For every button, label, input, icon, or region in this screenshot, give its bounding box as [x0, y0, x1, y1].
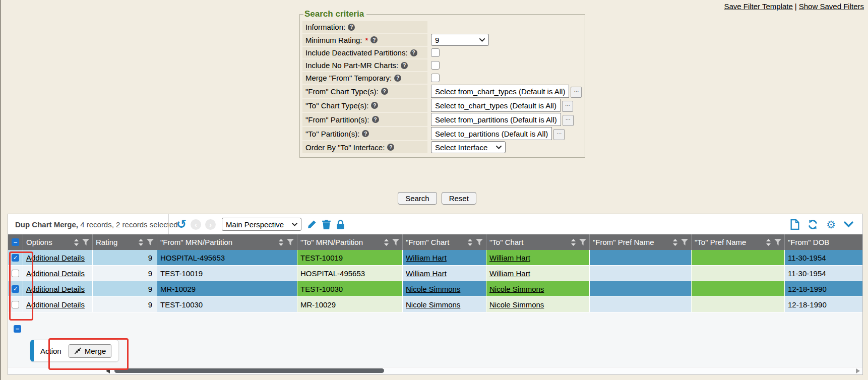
collapse-grid-button[interactable]: [844, 221, 853, 228]
column-header-rating[interactable]: Rating: [93, 234, 157, 250]
to-pref-name-cell: [692, 250, 785, 265]
edit-perspective-icon[interactable]: [307, 220, 317, 229]
filter-icon[interactable]: [147, 239, 154, 245]
sort-icon[interactable]: [74, 239, 79, 246]
filter-icon[interactable]: [579, 239, 586, 245]
from-chart-link[interactable]: William Hart: [406, 269, 447, 278]
filter-icon[interactable]: [476, 239, 483, 245]
column-header-from-dob[interactable]: "From" DOB: [785, 234, 862, 250]
to-partitions-input[interactable]: Select to_partitions (Default is All): [431, 127, 552, 140]
filter-icon[interactable]: [392, 239, 399, 245]
merge-arrows-icon: [74, 347, 82, 354]
row-checkbox[interactable]: ✓: [12, 254, 19, 262]
to-chart-link[interactable]: Nicole Simmons: [489, 300, 544, 309]
help-icon[interactable]: ?: [370, 36, 378, 43]
include-no-part-mr-charts-checkbox[interactable]: [431, 61, 440, 70]
scrollbar-thumb[interactable]: [114, 368, 384, 373]
sort-icon[interactable]: [571, 239, 576, 246]
column-header-from-chart[interactable]: "From" Chart: [403, 234, 486, 250]
chevron-down-icon: [479, 38, 485, 42]
row-checkbox[interactable]: ✓: [12, 285, 19, 293]
to-chart-types-picker-button[interactable]: ...: [562, 101, 573, 112]
sort-icon[interactable]: [468, 239, 472, 246]
from-chart-link[interactable]: Nicole Simmons: [406, 285, 460, 293]
new-report-button[interactable]: [790, 219, 799, 230]
include-deactivated-partitions-checkbox[interactable]: [431, 48, 440, 57]
help-icon[interactable]: ?: [372, 116, 379, 123]
additional-details-link[interactable]: Additional Details: [26, 254, 85, 262]
column-header-from-pref-name[interactable]: "From" Pref Name: [590, 234, 692, 250]
from-partitions-input[interactable]: Select from_partitions (Default is All): [431, 113, 561, 126]
refresh-icon: [808, 219, 818, 230]
column-header-to-chart[interactable]: "To" Chart: [486, 234, 590, 250]
to-chart-link[interactable]: William Hart: [489, 254, 530, 262]
additional-details-link[interactable]: Additional Details: [26, 285, 85, 293]
reset-button[interactable]: Reset: [442, 192, 476, 205]
column-header-options[interactable]: Options: [23, 234, 93, 250]
sort-icon[interactable]: [673, 239, 677, 246]
to-partitions-picker-button[interactable]: ...: [553, 129, 565, 140]
filter-icon[interactable]: [681, 239, 688, 245]
row-checkbox[interactable]: [12, 270, 19, 277]
refresh-button[interactable]: [808, 219, 818, 230]
select-all-checkbox[interactable]: −: [12, 238, 19, 246]
sort-icon[interactable]: [139, 239, 143, 246]
sort-icon[interactable]: [279, 239, 283, 246]
filter-icon[interactable]: [774, 239, 781, 245]
minimum-rating-label: Minimum Rating: * ?: [302, 34, 427, 46]
search-button[interactable]: Search: [398, 192, 437, 205]
merge-button[interactable]: Merge: [69, 344, 112, 358]
undo-icon[interactable]: ↺: [176, 219, 187, 229]
from-chart-types-picker-button[interactable]: ...: [571, 87, 582, 98]
filter-icon[interactable]: [82, 239, 89, 245]
to-chart-types-input[interactable]: Select to_chart_types (Default is All): [431, 99, 561, 112]
from-dob-cell: 11-30-1954: [785, 250, 862, 265]
perspective-select[interactable]: Main Perspective: [222, 218, 301, 231]
to-chart-link[interactable]: William Hart: [489, 269, 530, 278]
show-saved-filters-link[interactable]: Show Saved Filters: [799, 2, 864, 11]
minimum-rating-select[interactable]: 9: [431, 34, 489, 46]
help-icon[interactable]: ?: [394, 75, 401, 82]
help-icon[interactable]: ?: [362, 130, 369, 137]
help-icon[interactable]: ?: [410, 49, 417, 56]
merge-from-temporary-checkbox[interactable]: [431, 74, 440, 82]
field-row-order-by-to-interface: Order By "To" Interface: ? Select Interf…: [302, 141, 582, 153]
scroll-right-arrow[interactable]: [856, 368, 860, 373]
column-header-to-mrn-partition[interactable]: "To" MRN/Partition: [297, 234, 403, 250]
to-chart-link[interactable]: Nicole Simmons: [489, 285, 544, 293]
from-chart-types-input[interactable]: Select from_chart_types (Default is All): [431, 85, 569, 98]
grid-footer: − Action Merge: [8, 312, 862, 374]
filter-icon[interactable]: [287, 239, 294, 245]
help-icon[interactable]: ?: [381, 88, 388, 95]
help-icon[interactable]: ?: [387, 144, 394, 151]
save-filter-template-link[interactable]: Save Filter Template: [724, 2, 792, 11]
scroll-left-arrow[interactable]: [106, 368, 110, 373]
from-mrn-cell: HOSPITAL-495653: [157, 250, 297, 265]
column-header-to-pref-name[interactable]: "To" Pref Name: [692, 234, 785, 250]
footer-select-all-checkbox[interactable]: −: [14, 325, 21, 333]
additional-details-link[interactable]: Additional Details: [26, 269, 85, 278]
lock-perspective-icon[interactable]: [336, 220, 345, 229]
additional-details-link[interactable]: Additional Details: [26, 300, 85, 309]
help-icon[interactable]: ?: [348, 24, 355, 31]
help-icon[interactable]: ?: [401, 62, 408, 69]
help-icon[interactable]: ?: [371, 102, 378, 109]
sort-icon[interactable]: [766, 239, 771, 246]
prev-perspective-button[interactable]: ‹: [191, 219, 201, 230]
table-row: Additional Details 9 TEST-10019 HOSPITAL…: [8, 266, 862, 281]
to-pref-name-cell: [692, 266, 785, 281]
order-by-to-interface-select[interactable]: Select Interface: [431, 141, 506, 153]
from-chart-link[interactable]: Nicole Simmons: [406, 300, 460, 309]
sort-icon[interactable]: [384, 239, 389, 246]
rating-cell: 9: [93, 266, 157, 281]
next-perspective-button[interactable]: ›: [205, 219, 216, 230]
row-checkbox[interactable]: [12, 301, 19, 308]
delete-perspective-icon[interactable]: [322, 220, 331, 229]
from-partitions-picker-button[interactable]: ...: [563, 115, 574, 126]
form-buttons: Search Reset: [299, 192, 575, 205]
settings-button[interactable]: ⚙: [826, 219, 836, 230]
from-chart-link[interactable]: William Hart: [406, 254, 447, 262]
grid-header-row: − Options Rating "From" MRN/Partition "T…: [8, 234, 862, 250]
column-header-from-mrn-partition[interactable]: "From" MRN/Partition: [157, 234, 297, 250]
from-pref-name-cell: [590, 266, 692, 281]
